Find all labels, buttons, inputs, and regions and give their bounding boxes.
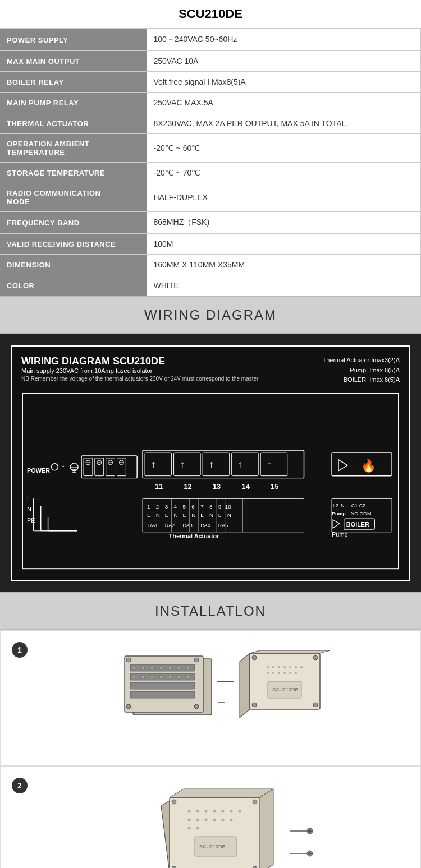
svg-text:10: 10	[225, 504, 232, 510]
svg-text:RA4: RA4	[200, 523, 210, 528]
wiring-title: WIRING DIAGRAM SCU210DE	[21, 355, 258, 367]
spec-row: DIMENSION160MM X 110MM X35MM	[0, 255, 421, 275]
svg-rect-21	[117, 458, 126, 476]
svg-marker-83	[333, 520, 340, 528]
svg-text:L2: L2	[333, 503, 338, 509]
spec-row: POWER SUPPLY100－240VAC 50~60Hz	[0, 29, 421, 51]
svg-point-150	[213, 810, 216, 813]
spec-label: FREQUENCY BAND	[0, 212, 147, 234]
spec-row: OPERATION AMBIENT TEMPERATURE-20℃ ~ 60℃	[0, 134, 421, 163]
svg-point-141	[313, 703, 318, 707]
svg-rect-40	[232, 453, 259, 476]
svg-text:C1: C1	[351, 503, 358, 509]
wiring-note: NB:Remember the voltage of the thermal a…	[21, 376, 258, 382]
svg-point-99	[132, 666, 136, 670]
svg-point-116	[194, 704, 199, 709]
spec-row: MAX MAIN OUTPUT250VAC 10A	[0, 51, 421, 72]
svg-point-152	[230, 810, 232, 813]
svg-text:↑: ↑	[267, 459, 272, 470]
svg-text:↑: ↑	[151, 459, 156, 470]
wiring-diagram-svg: POWER L N PE ↑	[21, 392, 400, 570]
spec-value: 100M	[147, 234, 421, 255]
svg-text:8: 8	[209, 504, 213, 510]
svg-point-104	[177, 666, 181, 670]
spec-row: THERMAL ACTUATOR8X230VAC, MAX 2A PER OUT…	[0, 113, 421, 134]
svg-point-114	[194, 658, 199, 662]
spec-value: -20℃ ~ 60℃	[147, 134, 421, 163]
svg-text:L: L	[147, 512, 150, 518]
svg-point-112	[186, 675, 190, 678]
svg-point-129	[300, 666, 303, 668]
svg-marker-120	[240, 653, 250, 718]
svg-point-130	[267, 672, 269, 674]
spec-row: STORAGE TEMPERATURE-20℃ ~ 70℃	[0, 163, 421, 183]
wiring-container: WIRING DIAGRAM SCU210DE Main supply 230V…	[0, 334, 421, 592]
spec-row: COLORWHITE	[0, 275, 421, 296]
svg-text:C2: C2	[359, 503, 365, 509]
svg-rect-37	[203, 453, 230, 476]
svg-text:↑: ↑	[238, 459, 243, 470]
svg-text:7: 7	[200, 504, 204, 510]
install-num-2: 2	[12, 778, 28, 793]
svg-text:—: —	[218, 698, 225, 705]
spec-value: 160MM X 110MM X35MM	[147, 255, 421, 275]
svg-rect-98	[130, 691, 195, 698]
svg-rect-18	[84, 458, 93, 476]
spec-row: VALID RECEIVING DISTANCE100M	[0, 234, 421, 255]
svg-point-102	[159, 666, 163, 670]
spec-value: -20℃ ~ 70℃	[147, 163, 421, 183]
svg-point-153	[238, 810, 241, 813]
page-title: SCU210DE	[0, 0, 421, 29]
svg-text:11: 11	[155, 482, 163, 491]
spec-value: 8X230VAC, MAX 2A PER OUTPUT, MAX 5A IN T…	[147, 113, 421, 134]
svg-point-161	[196, 827, 199, 830]
spec-row: BOILER RELAYVolt free signal I Max8(5)A	[0, 72, 421, 93]
svg-text:N: N	[341, 503, 344, 509]
svg-point-115	[126, 704, 131, 709]
svg-point-109	[159, 675, 163, 678]
svg-point-164	[172, 800, 176, 804]
svg-rect-30	[143, 450, 304, 478]
svg-point-124	[272, 666, 274, 668]
svg-text:N: N	[209, 512, 213, 518]
svg-point-140	[252, 703, 257, 707]
svg-point-127	[289, 666, 291, 668]
svg-text:N: N	[156, 512, 160, 518]
svg-point-101	[150, 666, 154, 670]
spec-label: MAX MAIN OUTPUT	[0, 51, 147, 72]
svg-text:3: 3	[165, 504, 168, 510]
spec-value: 250VAC 10A	[147, 51, 421, 72]
svg-text:↑: ↑	[180, 459, 185, 470]
svg-rect-97	[130, 682, 195, 689]
svg-rect-19	[95, 458, 104, 476]
svg-text:L: L	[182, 512, 186, 518]
svg-point-113	[126, 658, 131, 662]
install-num-1: 1	[12, 642, 28, 658]
svg-text:Pump: Pump	[332, 511, 346, 516]
svg-point-128	[295, 666, 297, 668]
svg-point-151	[221, 810, 224, 813]
svg-text:2: 2	[156, 504, 159, 510]
install-diagram-2: SCU210DE	[116, 778, 330, 868]
svg-point-157	[213, 819, 216, 821]
svg-rect-17	[81, 456, 137, 478]
svg-point-160	[187, 827, 190, 830]
svg-marker-47	[338, 460, 347, 471]
spec-label: STORAGE TEMPERATURE	[0, 163, 147, 183]
svg-point-111	[177, 675, 181, 678]
svg-point-126	[283, 666, 286, 668]
svg-text:12: 12	[184, 482, 191, 491]
spec-row: RADIO COMMUNICATION MODEHALF-DUPLEX	[0, 183, 421, 212]
svg-rect-34	[174, 453, 201, 476]
svg-rect-144	[170, 797, 259, 868]
svg-text:6: 6	[191, 504, 195, 510]
svg-text:RA2: RA2	[165, 523, 175, 528]
spec-label: VALID RECEIVING DISTANCE	[0, 234, 147, 255]
svg-point-103	[168, 666, 172, 670]
svg-marker-146	[259, 789, 273, 868]
svg-text:L: L	[218, 512, 222, 518]
svg-text:Pump: Pump	[332, 531, 347, 538]
spec-table: POWER SUPPLY100－240VAC 50~60HzMAX MAIN O…	[0, 29, 421, 296]
svg-text:—: —	[218, 687, 225, 694]
install-img-1: — —	[36, 642, 409, 754]
